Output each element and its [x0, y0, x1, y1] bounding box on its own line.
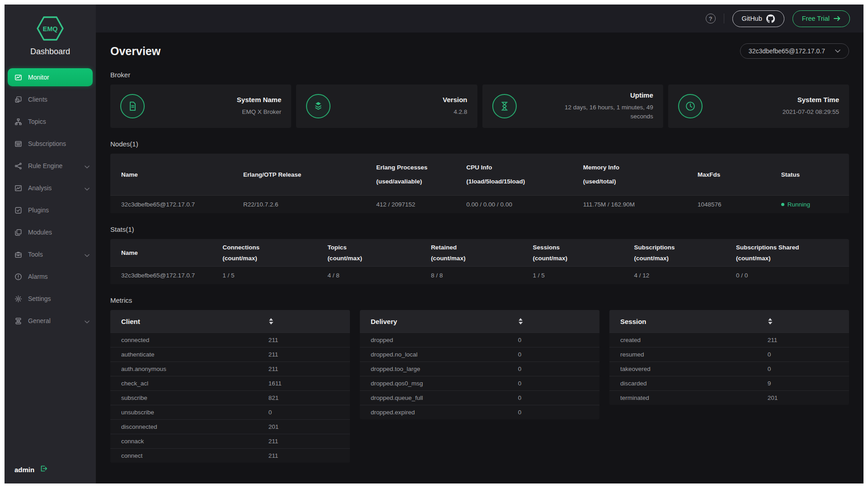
erlang-otp-release: R22/10.7.2.6 [243, 201, 376, 208]
list-item: resumed0 [609, 347, 849, 361]
list-item: dropped.queue_full0 [360, 390, 599, 405]
general-icon [14, 317, 22, 325]
sidebar-item-label: Plugins [28, 206, 49, 214]
plugins-icon [14, 206, 22, 214]
metrics-table-header: Session [609, 310, 849, 333]
sidebar-item-label: Rule Engine [28, 162, 62, 169]
free-trial-button[interactable]: Free Trial [793, 10, 850, 27]
sidebar-item-analysis[interactable]: Analysis [5, 179, 96, 197]
stats-table: Name Connections(count/max) Topics(count… [110, 239, 849, 284]
list-item: dropped.no_local0 [360, 347, 599, 361]
modules-icon [14, 229, 22, 236]
sidebar-item-label: Alarms [28, 273, 48, 280]
cpu-info: 0.00 / 0.00 / 0.00 [467, 201, 583, 208]
hourglass-icon [492, 94, 517, 118]
erlang-processes: 412 / 2097152 [376, 201, 466, 208]
sidebar-nav: Monitor Clients Topics Subscriptions Rul… [5, 68, 96, 465]
max-fds: 1048576 [698, 201, 781, 208]
list-item: connack211 [110, 434, 350, 448]
stats-section-title: Stats(1) [110, 225, 849, 233]
card-value: EMQ X Broker [237, 108, 281, 117]
column-subheader: (used/total) [583, 178, 698, 185]
node-selector[interactable]: 32c3dbefbe65@172.17.0.7 [740, 43, 849, 59]
sidebar-item-rule-engine[interactable]: Rule Engine [5, 157, 96, 175]
card-title: Uptime [561, 91, 653, 99]
sidebar-item-alarms[interactable]: Alarms [5, 267, 96, 286]
main-area: ? GitHub Free Trial Overview 32c3dbefbe6… [96, 5, 863, 483]
column-header: Status [781, 171, 849, 178]
column-header: Name [121, 171, 243, 178]
list-item: dropped0 [360, 333, 599, 347]
tools-icon [14, 251, 22, 258]
broker-card-system-time: System Time 2021-07-02 08:29:55 [668, 84, 849, 128]
emqx-dashboard-app: EMQ Dashboard Monitor Clients Topics Sub… [5, 5, 863, 483]
node-selector-value: 32c3dbefbe65@172.17.0.7 [749, 47, 825, 55]
memory-info: 111.75M / 162.90M [583, 201, 698, 208]
sidebar-item-label: General [28, 317, 51, 324]
sidebar-item-settings[interactable]: Settings [5, 290, 96, 308]
sessions-count: 1 / 5 [533, 272, 634, 279]
free-trial-button-label: Free Trial [802, 15, 830, 22]
list-item: created211 [609, 333, 849, 347]
sidebar-item-label: Clients [28, 96, 47, 103]
column-subheader: (used/avaliable) [376, 178, 466, 185]
sort-icon[interactable] [768, 318, 773, 324]
metrics-table-header: Delivery [360, 310, 599, 333]
subscriptions-shared-count: 0 / 0 [736, 272, 849, 279]
chevron-down-icon [85, 319, 90, 324]
clock-icon [678, 94, 703, 118]
sidebar-item-topics[interactable]: Topics [5, 113, 96, 131]
column-header: CPU Info [467, 164, 583, 171]
sidebar-item-label: Monitor [28, 74, 49, 81]
column-header: Subscriptions Shared [736, 244, 849, 251]
metrics-table-title: Session [609, 318, 768, 325]
sidebar-item-general[interactable]: General [5, 312, 96, 330]
list-item: connected211 [110, 333, 350, 347]
sidebar-item-modules[interactable]: Modules [5, 223, 96, 241]
column-header: Topics [327, 244, 431, 251]
github-icon [766, 14, 775, 23]
topbar: ? GitHub Free Trial [96, 5, 863, 33]
github-button[interactable]: GitHub [732, 10, 784, 27]
broker-card-uptime: Uptime 12 days, 16 hours, 1 minutes, 49 … [482, 84, 663, 128]
monitor-icon [14, 74, 22, 81]
sidebar-item-plugins[interactable]: Plugins [5, 201, 96, 219]
nodes-section-title: Nodes(1) [110, 140, 849, 148]
content: Overview 32c3dbefbe65@172.17.0.7 Broker … [96, 33, 863, 483]
sidebar-item-monitor[interactable]: Monitor [8, 68, 93, 86]
list-item: unsubscribe0 [110, 405, 350, 419]
rule-engine-icon [14, 162, 22, 170]
layers-icon [306, 94, 330, 118]
sidebar-item-label: Topics [28, 118, 46, 125]
sidebar-footer: admin [5, 465, 96, 483]
table-row: 32c3dbefbe65@172.17.0.7 1 / 5 4 / 8 8 / … [110, 266, 849, 284]
broker-card-version: Version 4.2.8 [296, 84, 477, 128]
chevron-down-icon [85, 186, 90, 191]
list-item: check_acl1611 [110, 376, 350, 390]
sidebar-item-subscriptions[interactable]: Subscriptions [5, 135, 96, 153]
sidebar-item-clients[interactable]: Clients [5, 90, 96, 108]
sidebar-item-tools[interactable]: Tools [5, 245, 96, 263]
sidebar-item-label: Tools [28, 251, 43, 258]
retained-count: 8 / 8 [431, 272, 533, 279]
sort-icon[interactable] [518, 318, 523, 324]
column-header: Sessions [533, 244, 634, 251]
help-icon[interactable]: ? [706, 14, 716, 23]
card-title: System Time [783, 96, 839, 103]
analysis-icon [14, 184, 22, 192]
username-label: admin [14, 466, 34, 474]
sort-icon[interactable] [269, 318, 274, 324]
svg-text:EMQ: EMQ [42, 25, 57, 33]
list-item: connect211 [110, 448, 350, 463]
list-item: auth.anonymous211 [110, 361, 350, 376]
chevron-down-icon [85, 164, 90, 169]
column-subheader: (count/max) [634, 255, 736, 262]
column-header: Name [121, 249, 222, 256]
list-item: disconnected201 [110, 419, 350, 434]
clients-icon [14, 96, 22, 103]
column-subheader: (count/max) [431, 255, 533, 262]
nodes-table: Name Erlang/OTP Release Erlang Processes… [110, 154, 849, 213]
logout-icon[interactable] [40, 465, 48, 474]
stats-table-header: Name Connections(count/max) Topics(count… [110, 239, 849, 266]
chevron-down-icon [85, 252, 90, 257]
